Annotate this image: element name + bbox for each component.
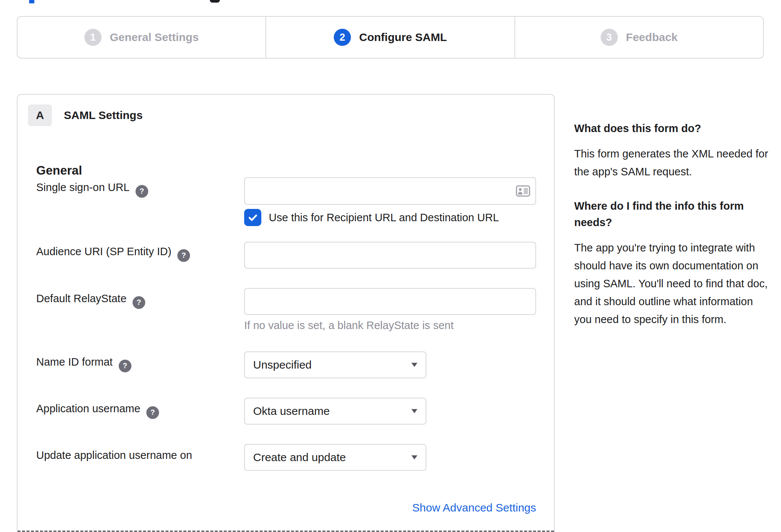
update-username-label: Update application username on — [36, 449, 192, 461]
chevron-down-icon — [411, 363, 417, 367]
step-2-circle: 2 — [334, 29, 351, 46]
sso-url-help-icon[interactable]: ? — [136, 185, 148, 198]
sso-url-input-wrap — [244, 177, 536, 205]
chevron-down-icon — [411, 409, 417, 413]
step-3-circle: 3 — [601, 29, 618, 46]
relay-state-help-icon[interactable]: ? — [133, 296, 145, 309]
dashed-section-divider — [18, 531, 554, 532]
application-username-help-icon[interactable]: ? — [146, 406, 159, 419]
configure-saml-page: 1 General Settings 2 Configure SAML 3 Fe… — [0, 0, 781, 532]
application-username-select[interactable]: Okta username — [244, 398, 426, 425]
relay-state-input-wrap — [244, 288, 536, 315]
update-username-select[interactable]: Create and update — [244, 444, 426, 471]
application-username-value: Okta username — [253, 405, 330, 417]
step-1-label: General Settings — [110, 31, 199, 44]
sso-url-input[interactable] — [244, 177, 536, 205]
help-answer-1: This form generates the XML needed for t… — [574, 145, 768, 181]
relay-state-label: Default RelayState? — [36, 292, 145, 309]
cropped-blue-fragment — [29, 0, 34, 3]
relay-state-input[interactable] — [244, 288, 536, 315]
audience-uri-help-icon[interactable]: ? — [177, 249, 190, 262]
step-configure-saml[interactable]: 2 Configure SAML — [265, 17, 514, 58]
step-1-circle: 1 — [84, 29, 102, 46]
sso-url-label: Single sign-on URL? — [36, 181, 148, 198]
wizard-stepper: 1 General Settings 2 Configure SAML 3 Fe… — [17, 16, 764, 59]
name-id-format-value: Unspecified — [253, 359, 312, 371]
step-3-label: Feedback — [626, 31, 678, 44]
cropped-black-fragment — [210, 0, 220, 3]
saml-settings-card: A SAML Settings General Single sign-on U… — [17, 94, 555, 532]
section-header: A SAML Settings — [28, 104, 143, 126]
relay-state-helper-text: If no value is set, a blank RelayState i… — [244, 319, 454, 332]
help-panel: What does this form do? This form genera… — [574, 120, 768, 328]
help-question-1: What does this form do? — [574, 120, 768, 137]
audience-uri-input-wrap — [244, 242, 536, 269]
checkmark-icon — [247, 212, 258, 223]
section-a-badge: A — [28, 104, 52, 126]
show-advanced-settings-link[interactable]: Show Advanced Settings — [244, 501, 536, 514]
name-id-format-select[interactable]: Unspecified — [244, 351, 426, 378]
chevron-down-icon — [411, 456, 417, 460]
recipient-url-checkbox-label: Use this for Recipient URL and Destinati… — [269, 212, 499, 224]
recipient-url-checkbox[interactable] — [244, 209, 261, 226]
general-group-title: General — [36, 163, 82, 178]
name-id-format-help-icon[interactable]: ? — [119, 360, 131, 372]
help-answer-2: The app you're trying to integrate with … — [574, 239, 768, 328]
audience-uri-input[interactable] — [244, 242, 536, 269]
section-title: SAML Settings — [64, 109, 143, 122]
application-username-label: Application username? — [36, 403, 159, 419]
update-username-value: Create and update — [253, 451, 346, 464]
audience-uri-label: Audience URI (SP Entity ID)? — [36, 245, 190, 262]
step-general-settings[interactable]: 1 General Settings — [18, 17, 265, 58]
recipient-url-checkbox-row: Use this for Recipient URL and Destinati… — [244, 209, 499, 226]
step-feedback[interactable]: 3 Feedback — [514, 17, 763, 58]
name-id-format-label: Name ID format? — [36, 356, 131, 372]
help-question-2: Where do I find the info this form needs… — [574, 198, 768, 231]
contact-card-icon — [516, 185, 530, 197]
step-2-label: Configure SAML — [359, 31, 447, 44]
